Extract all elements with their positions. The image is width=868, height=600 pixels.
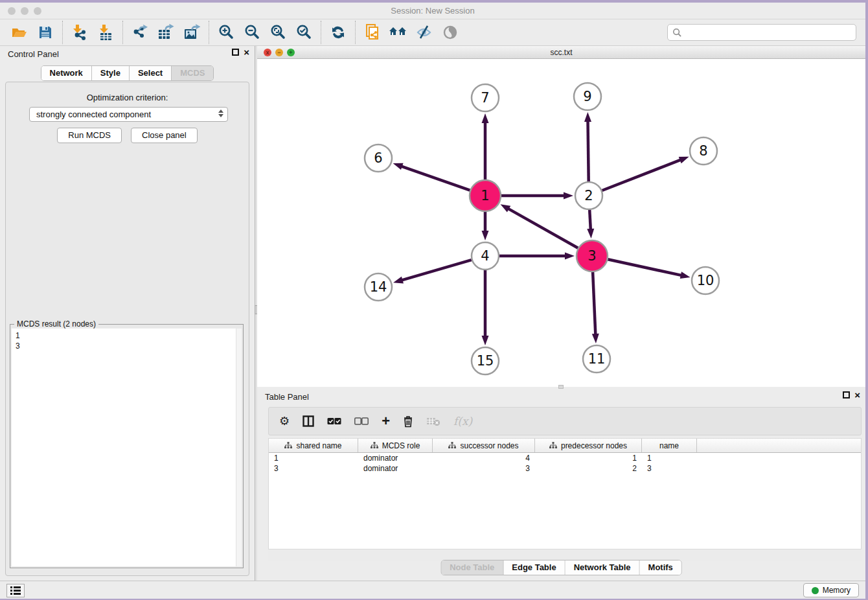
zoom-selected-button[interactable] xyxy=(291,21,317,43)
export-table-button[interactable] xyxy=(153,21,179,43)
table-cell[interactable]: 1 xyxy=(642,453,697,463)
zoom-in-button[interactable] xyxy=(213,21,239,43)
tab-mcds[interactable]: MCDS xyxy=(172,66,213,80)
float-panel-icon[interactable] xyxy=(232,49,239,56)
add-row-button[interactable]: + xyxy=(382,415,390,427)
graph-edge[interactable] xyxy=(508,209,578,248)
criterion-select[interactable]: strongly connected component xyxy=(29,107,228,122)
tab-node-table[interactable]: Node Table xyxy=(441,560,503,575)
export-image-button[interactable] xyxy=(179,21,205,43)
save-session-button[interactable] xyxy=(32,21,58,43)
search-input[interactable] xyxy=(685,26,856,39)
graph-node-label: 15 xyxy=(477,353,494,369)
tab-style[interactable]: Style xyxy=(92,66,130,80)
table-row[interactable]: 1dominator411 xyxy=(269,453,861,463)
node-table[interactable]: shared nameMCDS rolesuccessor nodesprede… xyxy=(268,438,862,549)
table-cell[interactable]: dominator xyxy=(358,453,433,463)
table-cell[interactable]: 3 xyxy=(433,463,535,474)
graph-node-label: 7 xyxy=(481,90,489,106)
function-builder-button[interactable]: f(x) xyxy=(453,415,472,428)
run-mcds-button[interactable]: Run MCDS xyxy=(57,128,122,143)
table-cell[interactable]: 1 xyxy=(535,453,642,463)
column-header-predecessor-nodes[interactable]: predecessor nodes xyxy=(535,439,642,452)
window-title: Session: New Session xyxy=(0,6,865,16)
graph-edge[interactable] xyxy=(402,260,472,281)
eye-slash-icon xyxy=(415,24,433,41)
table-cell[interactable]: 4 xyxy=(433,453,535,463)
tab-edge-table[interactable]: Edge Table xyxy=(503,560,565,575)
graph-edge[interactable] xyxy=(593,272,595,335)
network-window: x − + scc.txt 7968124314101511 xyxy=(257,46,865,387)
trash-icon xyxy=(403,415,413,428)
mcds-result-textarea[interactable]: 1 3 xyxy=(12,329,242,566)
graph-edge[interactable] xyxy=(588,121,588,181)
hierarchy-icon xyxy=(284,442,292,449)
column-manager-button[interactable] xyxy=(303,415,314,427)
hide-selected-button[interactable] xyxy=(411,21,437,43)
table-header-row: shared nameMCDS rolesuccessor nodesprede… xyxy=(269,439,861,453)
table-cell[interactable]: 3 xyxy=(269,463,358,474)
show-all-button[interactable] xyxy=(437,21,463,43)
table-settings-button[interactable]: ⚙ xyxy=(279,414,290,428)
graph-edge[interactable] xyxy=(602,159,681,190)
edge-arrow-icon xyxy=(592,334,599,343)
delete-row-button[interactable] xyxy=(403,415,413,428)
edge-arrow-icon xyxy=(587,229,594,238)
close-panel-icon[interactable]: × xyxy=(244,49,249,56)
clone-network-button[interactable] xyxy=(360,21,385,43)
export-image-icon xyxy=(183,24,201,41)
table-cell[interactable]: 1 xyxy=(269,453,358,463)
select-all-button[interactable] xyxy=(327,417,341,425)
criterion-value: strongly connected component xyxy=(36,110,151,119)
graph-node-label: 3 xyxy=(588,248,596,264)
task-history-button[interactable] xyxy=(6,584,25,597)
column-label: shared name xyxy=(296,441,341,450)
zoom-in-icon xyxy=(218,24,234,41)
export-network-button[interactable] xyxy=(127,21,153,43)
delete-table-icon xyxy=(426,416,440,426)
deselect-all-button[interactable] xyxy=(354,417,369,425)
close-panel-button[interactable]: Close panel xyxy=(131,128,198,143)
graph-edge[interactable] xyxy=(608,259,681,275)
refresh-icon xyxy=(330,24,347,41)
table-cell[interactable]: 3 xyxy=(642,463,697,474)
edge-arrow-icon xyxy=(482,113,489,123)
search-box[interactable] xyxy=(667,24,856,41)
memory-button[interactable]: Memory xyxy=(803,583,859,597)
graph-edge[interactable] xyxy=(589,210,591,230)
graph-edge[interactable] xyxy=(401,166,470,190)
float-panel-icon[interactable] xyxy=(843,391,850,398)
clone-network-icon xyxy=(364,23,382,41)
graph-node-label: 14 xyxy=(370,279,387,295)
column-header-MCDS-role[interactable]: MCDS role xyxy=(358,439,433,452)
column-header-successor-nodes[interactable]: successor nodes xyxy=(433,439,535,452)
graph-node-label: 8 xyxy=(699,143,707,159)
search-icon xyxy=(672,28,682,38)
table-cell[interactable]: dominator xyxy=(358,463,433,474)
table-row[interactable]: 3dominator323 xyxy=(269,463,861,474)
table-cell[interactable]: 2 xyxy=(535,463,642,474)
gear-icon: ⚙ xyxy=(279,414,290,428)
refresh-button[interactable] xyxy=(325,21,351,43)
open-file-button[interactable] xyxy=(6,21,32,43)
network-graph[interactable]: 7968124314101511 xyxy=(257,59,865,387)
column-header-shared-name[interactable]: shared name xyxy=(269,439,358,452)
column-header-name[interactable]: name xyxy=(642,439,697,452)
tab-select[interactable]: Select xyxy=(130,66,172,80)
tab-network-table[interactable]: Network Table xyxy=(565,560,640,575)
import-table-button[interactable] xyxy=(93,21,119,43)
edge-arrow-icon xyxy=(482,336,489,345)
result-scrollbar[interactable] xyxy=(236,329,242,566)
zoom-out-button[interactable] xyxy=(239,21,265,43)
export-table-icon xyxy=(157,24,175,41)
first-neighbors-button[interactable] xyxy=(385,21,411,43)
tab-motifs[interactable]: Motifs xyxy=(640,560,681,575)
network-canvas[interactable]: 7968124314101511 xyxy=(257,59,865,387)
graph-node-label: 1 xyxy=(481,188,489,203)
close-panel-icon[interactable]: × xyxy=(854,391,860,398)
zoom-fit-button[interactable] xyxy=(265,21,291,43)
import-network-button[interactable] xyxy=(67,21,93,43)
tab-network[interactable]: Network xyxy=(41,66,92,80)
delete-table-button[interactable] xyxy=(426,416,440,426)
export-network-icon xyxy=(131,24,149,41)
